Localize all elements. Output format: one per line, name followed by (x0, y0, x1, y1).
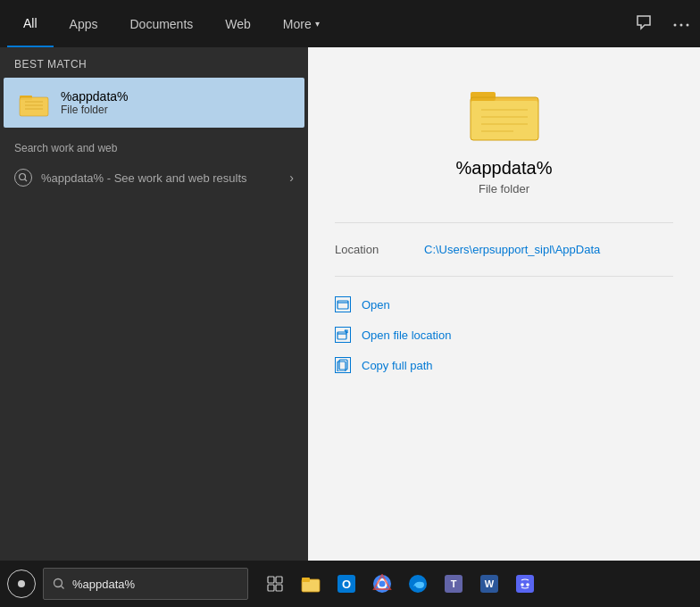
app-subtitle: File folder (479, 182, 529, 195)
copy-path-icon (335, 357, 351, 373)
result-text: %appdata% File folder (61, 89, 129, 116)
folder-icon-small (18, 87, 50, 119)
svg-point-24 (54, 579, 62, 587)
right-panel: %appdata% File folder Location C:\Users\… (308, 47, 700, 561)
action-copy-full-path[interactable]: Copy full path (335, 352, 673, 378)
left-panel: Best match %appdata% File folder S (0, 47, 308, 561)
tab-all-label: All (23, 16, 38, 30)
teams-icon[interactable]: T (438, 568, 470, 600)
best-match-label: Best match (0, 47, 308, 78)
tab-web[interactable]: Web (209, 0, 267, 47)
web-search-text: %appdata% - See work and web results (41, 171, 247, 185)
svg-rect-42 (516, 575, 534, 593)
result-item-appdata[interactable]: %appdata% File folder (4, 78, 304, 128)
open-location-icon (335, 327, 351, 343)
discord-icon[interactable] (509, 568, 541, 600)
divider2 (335, 276, 673, 277)
main-panel: Best match %appdata% File folder S (0, 47, 700, 561)
taskbar-search-icon (53, 578, 65, 590)
action-open[interactable]: Open (335, 291, 673, 318)
svg-rect-13 (471, 92, 496, 101)
app-title: %appdata% (456, 158, 553, 179)
feedback-icon[interactable] (632, 11, 655, 37)
divider (335, 222, 673, 223)
search-work-web-label: Search work and web (0, 128, 308, 162)
tab-apps-label: Apps (70, 17, 98, 31)
action-open-file-location[interactable]: Open file location (335, 321, 673, 348)
taskbar: %appdata% O (0, 561, 700, 607)
top-nav: All Apps Documents Web More ▾ (0, 0, 700, 47)
web-suffix: - See work and web results (104, 171, 246, 185)
svg-rect-20 (338, 301, 348, 309)
start-circle-icon[interactable] (7, 570, 36, 598)
svg-text:W: W (485, 578, 495, 589)
tab-more[interactable]: More ▾ (267, 0, 336, 47)
svg-rect-31 (302, 578, 310, 582)
more-options-icon[interactable] (670, 11, 693, 37)
start-dot (18, 580, 25, 587)
location-label: Location (335, 243, 424, 256)
svg-line-11 (25, 179, 28, 182)
svg-rect-27 (276, 577, 282, 583)
word-icon[interactable]: W (473, 568, 505, 600)
tab-web-label: Web (225, 17, 251, 31)
action-copy-path-label: Copy full path (362, 359, 433, 372)
svg-point-44 (526, 583, 529, 586)
svg-rect-28 (268, 585, 274, 591)
action-open-location-label: Open file location (362, 328, 451, 342)
folder-icon-large (469, 83, 540, 144)
edge-icon[interactable] (402, 568, 434, 600)
nav-icons (632, 11, 693, 37)
location-value[interactable]: C:\Users\erpsupport_sipl\AppData (424, 243, 600, 256)
svg-point-2 (687, 23, 689, 26)
open-icon (335, 296, 351, 312)
svg-text:T: T (451, 578, 457, 589)
taskbar-search-box[interactable]: %appdata% (43, 568, 248, 600)
more-chevron-icon: ▾ (315, 19, 320, 29)
chrome-icon[interactable] (366, 568, 398, 600)
web-search-item[interactable]: %appdata% - See work and web results › (0, 162, 308, 194)
file-explorer-icon[interactable] (295, 568, 327, 600)
action-list: Open Open file location (335, 291, 673, 378)
svg-rect-21 (338, 332, 346, 339)
location-row: Location C:\Users\erpsupport_sipl\AppDat… (335, 237, 673, 262)
svg-point-10 (20, 174, 26, 180)
svg-point-36 (379, 581, 386, 587)
taskbar-search-text: %appdata% (72, 578, 135, 591)
result-name: %appdata% (61, 89, 129, 104)
svg-point-0 (674, 23, 677, 26)
right-content: %appdata% File folder Location C:\Users\… (308, 47, 700, 396)
result-type: File folder (61, 104, 129, 116)
tab-documents[interactable]: Documents (113, 0, 209, 47)
outlook-icon[interactable]: O (330, 568, 362, 600)
svg-rect-29 (276, 585, 282, 591)
svg-rect-14 (471, 101, 538, 140)
web-query: %appdata% (41, 171, 104, 185)
search-circle-icon (14, 169, 32, 187)
svg-point-1 (680, 23, 683, 26)
chevron-right-icon: › (289, 170, 294, 185)
action-open-label: Open (362, 298, 390, 312)
svg-point-43 (521, 583, 524, 586)
svg-rect-5 (20, 97, 48, 116)
svg-line-25 (62, 586, 64, 589)
tab-more-label: More (283, 17, 312, 31)
tab-documents-label: Documents (129, 17, 193, 31)
svg-text:O: O (342, 578, 351, 591)
task-view-icon[interactable] (259, 568, 291, 600)
svg-rect-26 (268, 577, 274, 583)
tab-all[interactable]: All (7, 0, 54, 47)
tab-apps[interactable]: Apps (54, 0, 114, 47)
